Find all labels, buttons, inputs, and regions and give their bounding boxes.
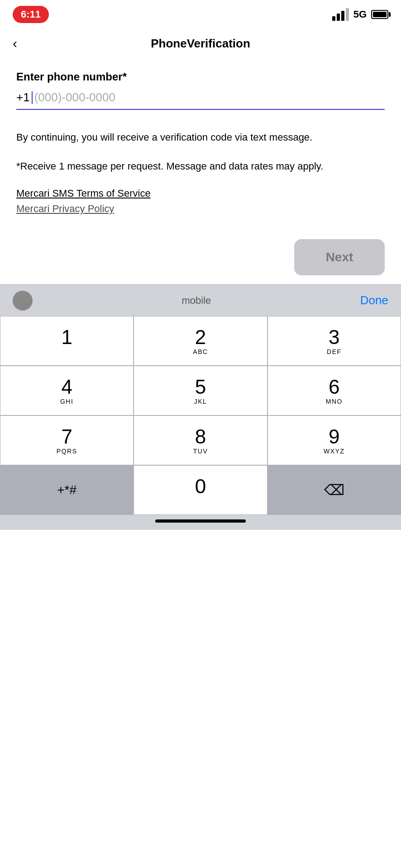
main-content: Enter phone number* +1 (000)-000-0000 By… — [0, 60, 401, 226]
battery-icon — [371, 10, 388, 19]
keyboard-row-1: 1 2 ABC 3 DEF — [0, 316, 401, 366]
key-delete[interactable]: ⌫ — [267, 465, 401, 515]
drag-handle[interactable] — [13, 291, 33, 311]
keyboard-type-label: mobile — [33, 295, 360, 307]
signal-icon — [332, 8, 349, 21]
phone-prefix: +1 — [16, 90, 30, 104]
home-bar — [155, 519, 246, 523]
status-right: 5G — [332, 8, 388, 21]
battery-fill — [373, 12, 387, 17]
privacy-link[interactable]: Mercari Privacy Policy — [16, 203, 114, 214]
keyboard-row-2: 4 GHI 5 JKL 6 MNO — [0, 366, 401, 415]
key-8[interactable]: 8 TUV — [134, 415, 267, 465]
keyboard-row-4: +*# 0 ⌫ — [0, 465, 401, 515]
key-0[interactable]: 0 — [134, 465, 267, 515]
key-9[interactable]: 9 WXYZ — [267, 415, 401, 465]
page-title: PhoneVerification — [151, 37, 250, 51]
next-button[interactable]: Next — [294, 239, 385, 275]
key-4[interactable]: 4 GHI — [0, 366, 134, 415]
phone-placeholder: (000)-000-0000 — [34, 90, 115, 104]
key-7[interactable]: 7 PQRS — [0, 415, 134, 465]
text-cursor — [32, 91, 33, 104]
phone-input-display[interactable]: +1 (000)-000-0000 — [16, 90, 385, 110]
key-5[interactable]: 5 JKL — [134, 366, 267, 415]
done-button[interactable]: Done — [360, 293, 388, 307]
home-indicator — [0, 515, 401, 530]
keyboard-row-3: 7 PQRS 8 TUV 9 WXYZ — [0, 415, 401, 465]
numeric-keyboard: 1 2 ABC 3 DEF 4 GHI 5 JKL 6 MNO 7 PQRS — [0, 316, 401, 515]
next-button-area: Next — [0, 230, 401, 284]
key-6[interactable]: 6 MNO — [267, 366, 401, 415]
info-text: By continuing, you will receive a verifi… — [16, 130, 385, 145]
keyboard-toolbar: mobile Done — [0, 284, 401, 316]
status-bar: 6:11 5G — [0, 0, 401, 27]
key-2[interactable]: 2 ABC — [134, 316, 267, 366]
disclaimer-text: *Receive 1 message per request. Message … — [16, 159, 385, 174]
key-symbols[interactable]: +*# — [0, 465, 134, 515]
key-1[interactable]: 1 — [0, 316, 134, 366]
key-3[interactable]: 3 DEF — [267, 316, 401, 366]
sms-terms-link[interactable]: Mercari SMS Terms of Service — [16, 188, 385, 199]
network-label: 5G — [353, 9, 367, 20]
phone-label: Enter phone number* — [16, 71, 385, 83]
back-button[interactable]: ‹ — [13, 36, 17, 51]
nav-bar: ‹ PhoneVerification — [0, 27, 401, 60]
status-time: 6:11 — [13, 6, 49, 23]
